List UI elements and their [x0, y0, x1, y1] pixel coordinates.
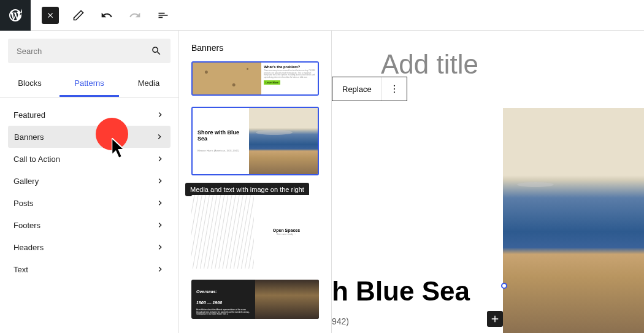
pattern-text: Overseas:1500 — 1960An exhibition about … [191, 280, 255, 319]
category-label: Call to Action [13, 155, 60, 164]
replace-button[interactable]: Replace [332, 77, 382, 101]
more-options-button[interactable] [382, 77, 407, 101]
undo-icon[interactable] [98, 7, 115, 24]
patterns-panel-title: Banners [191, 43, 319, 53]
pattern-item-4[interactable]: Overseas:1500 — 1960An exhibition about … [191, 280, 319, 319]
block-toolbar: Replace [332, 77, 407, 101]
edit-icon[interactable] [70, 7, 87, 24]
category-label: Posts [13, 199, 34, 208]
wordpress-logo[interactable] [0, 0, 31, 31]
pattern-thumbnail [191, 195, 254, 269]
category-headers[interactable]: Headers [0, 236, 178, 258]
category-call-to-action[interactable]: Call to Action [0, 148, 178, 170]
category-label: Gallery [13, 177, 39, 186]
close-button[interactable] [42, 7, 59, 24]
pattern-thumbnail [193, 63, 261, 94]
svg-point-2 [394, 91, 395, 93]
chevron-right-icon [155, 110, 165, 120]
tooltip: Media and text with image on the right [185, 183, 309, 196]
search-input[interactable] [17, 47, 151, 56]
tab-blocks[interactable]: Blocks [0, 71, 59, 97]
pattern-text: Open SpacesSee case study → [254, 195, 319, 269]
pattern-item-1[interactable]: What's the problem?There are many issues… [191, 61, 319, 96]
pattern-item-2[interactable]: Shore with Blue SeaEleanor Harris (Ameri… [191, 107, 319, 175]
chevron-right-icon [155, 132, 164, 142]
svg-point-1 [394, 88, 395, 90]
chevron-right-icon [155, 154, 165, 164]
tab-media[interactable]: Media [119, 71, 178, 97]
block-subtext[interactable]: 942) [332, 316, 349, 326]
category-posts[interactable]: Posts [0, 192, 178, 214]
document-outline-icon[interactable] [155, 7, 172, 24]
pattern-thumbnail [249, 108, 318, 174]
redo-icon [126, 7, 144, 24]
category-featured[interactable]: Featured [0, 104, 178, 126]
category-footers[interactable]: Footers [0, 214, 178, 236]
category-label: Featured [13, 110, 45, 120]
chevron-right-icon [155, 264, 165, 274]
category-label: Text [13, 265, 28, 274]
cursor-icon [112, 138, 128, 161]
pattern-thumbnail [255, 280, 319, 319]
resize-handle[interactable] [501, 283, 507, 289]
chevron-right-icon [155, 242, 165, 252]
pattern-text: What's the problem?There are many issues… [261, 63, 318, 94]
category-text[interactable]: Text [0, 258, 178, 280]
search-input-wrapper[interactable] [8, 39, 171, 63]
category-label: Headers [13, 243, 44, 252]
category-banners[interactable]: Banners [8, 126, 171, 148]
block-image[interactable] [503, 108, 644, 333]
svg-point-0 [394, 85, 395, 86]
category-gallery[interactable]: Gallery [0, 170, 178, 192]
post-title-input[interactable]: Add title [332, 31, 644, 80]
chevron-right-icon [155, 198, 165, 208]
category-label: Banners [14, 132, 44, 142]
search-icon [151, 45, 162, 56]
chevron-right-icon [155, 176, 165, 186]
add-block-button[interactable] [487, 311, 503, 327]
tab-patterns[interactable]: Patterns [59, 71, 119, 97]
block-heading[interactable]: h Blue Sea [332, 276, 470, 307]
chevron-right-icon [155, 220, 165, 230]
category-label: Footers [13, 221, 40, 230]
pattern-text: Shore with Blue SeaEleanor Harris (Ameri… [193, 108, 249, 174]
pattern-item-3[interactable]: Open SpacesSee case study → [191, 195, 319, 269]
